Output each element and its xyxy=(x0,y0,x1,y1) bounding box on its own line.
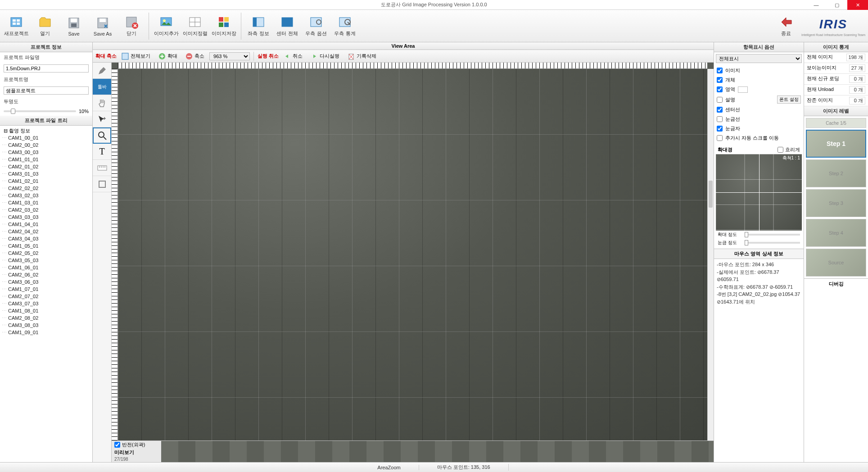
pen-tool[interactable] xyxy=(93,63,111,79)
preview-strip[interactable] xyxy=(161,441,714,462)
opt-ruler-checkbox[interactable] xyxy=(717,126,723,132)
zoom-out-button[interactable]: 축소 xyxy=(182,51,208,61)
svg-rect-2 xyxy=(17,19,20,22)
mag-grid-slider[interactable] xyxy=(745,242,800,244)
close-project-button[interactable]: 닫기 xyxy=(118,12,145,41)
tree-node[interactable]: CAM1_05_01 xyxy=(0,242,92,250)
close-icon xyxy=(124,15,139,29)
tree-node[interactable]: CAM3_07_03 xyxy=(0,300,92,307)
opt-image-checkbox[interactable] xyxy=(717,68,723,73)
mag-zoom-slider[interactable] xyxy=(745,234,800,236)
new-project-button[interactable]: 새프로젝트 xyxy=(3,12,30,41)
panel-right-option-icon xyxy=(309,15,323,29)
tree-node[interactable]: CAM1_09_01 xyxy=(0,329,92,336)
tree-node[interactable]: CAM1_07_01 xyxy=(0,286,92,293)
align-image-button[interactable]: 이미지정렬 xyxy=(181,12,208,41)
tree-node[interactable]: CAM3_00_03 xyxy=(0,149,92,156)
magnifier-head: 확대경 xyxy=(718,146,732,153)
open-button[interactable]: 열기 xyxy=(32,12,59,41)
add-image-button[interactable]: 이미지추가 xyxy=(153,12,180,41)
tree-node[interactable]: CAM1_02_01 xyxy=(0,177,92,185)
tree-node[interactable]: CAM2_03_02 xyxy=(0,206,92,213)
close-button[interactable]: ✕ xyxy=(847,0,868,10)
project-file-input[interactable] xyxy=(4,64,89,73)
tree-node[interactable]: CAM1_03_01 xyxy=(0,199,92,206)
level-item[interactable]: Step 3 xyxy=(806,189,866,217)
svg-point-33 xyxy=(99,132,104,137)
add-image-icon xyxy=(159,15,173,29)
tree-node[interactable]: CAM2_00_02 xyxy=(0,141,92,149)
font-setting-button[interactable]: 폰트 설정 xyxy=(777,95,801,104)
tree-node[interactable]: CAM2_07_02 xyxy=(0,293,92,300)
cache-level[interactable]: Cache 1/5 xyxy=(806,118,866,128)
project-tree[interactable]: ⊟ 촬영 정보 CAM1_00_01CAM2_00_02CAM3_00_03CA… xyxy=(0,126,92,462)
opacity-slider[interactable] xyxy=(4,110,76,112)
opt-center-checkbox[interactable] xyxy=(717,107,723,113)
tree-node[interactable]: CAM2_04_02 xyxy=(0,228,92,235)
undo-button[interactable]: 취소 xyxy=(280,51,306,61)
hand-tool[interactable] xyxy=(93,95,111,111)
tree-node[interactable]: CAM2_01_02 xyxy=(0,163,92,170)
project-name-input[interactable] xyxy=(4,86,89,95)
preview-label: 미리보기 xyxy=(114,449,158,456)
maximize-button[interactable]: ▢ xyxy=(827,0,847,10)
tree-node[interactable]: CAM3_06_03 xyxy=(0,278,92,286)
ruler-tool[interactable] xyxy=(93,160,111,176)
right-option-button[interactable]: 우측 옵션 xyxy=(303,12,330,41)
tree-node[interactable]: CAM3_02_03 xyxy=(0,192,92,199)
tree-node[interactable]: CAM3_03_03 xyxy=(0,213,92,221)
tree-node[interactable]: CAM1_06_01 xyxy=(0,264,92,271)
zoom-in-button[interactable]: 확대 xyxy=(155,51,181,61)
opt-autoscroll-checkbox[interactable] xyxy=(717,135,723,141)
opt-area-checkbox[interactable] xyxy=(717,86,723,92)
tree-node[interactable]: CAM1_04_01 xyxy=(0,221,92,228)
level-item[interactable]: Step 1 xyxy=(806,130,866,158)
view-all-button[interactable]: 전체보기 xyxy=(118,51,154,61)
redo-button[interactable]: 다시실행 xyxy=(307,51,343,61)
save-as-button[interactable]: Save As xyxy=(89,12,116,41)
ruler-horizontal xyxy=(118,63,707,69)
status-mode: AreaZoom xyxy=(359,465,419,470)
center-all-button[interactable]: 센터 전체 xyxy=(274,12,301,41)
opt-object-checkbox[interactable] xyxy=(717,77,723,83)
right-stat-button[interactable]: 우측 통계 xyxy=(331,12,358,41)
opt-desc-checkbox[interactable] xyxy=(717,97,723,103)
delete-history-button[interactable]: 기록삭제 xyxy=(344,51,380,61)
save-image-button[interactable]: 이미지저장 xyxy=(210,12,237,41)
blur-checkbox[interactable]: 흐리게 xyxy=(778,146,800,153)
zoom-tool[interactable] xyxy=(93,127,111,144)
area-color-swatch[interactable] xyxy=(738,86,748,93)
left-info-button[interactable]: 좌측 정보 xyxy=(245,12,272,41)
tree-root[interactable]: ⊟ 촬영 정보 xyxy=(0,127,92,134)
tree-node[interactable]: CAM1_00_01 xyxy=(0,134,92,141)
save-button[interactable]: Save xyxy=(60,12,87,41)
level-item[interactable]: Source xyxy=(806,249,866,277)
level-item[interactable]: Step 4 xyxy=(806,219,866,247)
preview-invert-checkbox[interactable]: 반전(외곽) xyxy=(114,441,158,448)
tree-node[interactable]: CAM3_04_03 xyxy=(0,235,92,242)
tree-node[interactable]: CAM3_08_03 xyxy=(0,322,92,329)
tree-node[interactable]: CAM3_05_03 xyxy=(0,257,92,264)
tree-node[interactable]: CAM2_06_02 xyxy=(0,271,92,278)
project-info-head: 프로젝트 정보 xyxy=(0,42,92,52)
level-item[interactable]: Step 2 xyxy=(806,159,866,187)
move-tool[interactable] xyxy=(93,111,111,127)
save-as-icon xyxy=(95,16,110,30)
scrollbar-vertical[interactable] xyxy=(707,69,714,440)
rect-tool[interactable] xyxy=(93,176,111,192)
tree-node[interactable]: CAM2_08_02 xyxy=(0,314,92,322)
minimize-button[interactable]: — xyxy=(806,0,827,10)
zoom-select[interactable]: 963 % xyxy=(209,52,250,60)
tree-node[interactable]: CAM1_08_01 xyxy=(0,307,92,314)
canvas-area[interactable]: 반전(외곽) 미리보기 27/198 xyxy=(112,63,714,462)
tree-node[interactable]: CAM2_02_02 xyxy=(0,185,92,192)
toolbar-label[interactable]: 툴바 xyxy=(93,79,111,95)
exit-button[interactable]: 종료 xyxy=(773,12,800,41)
image-stat-head: 이미지 통계 xyxy=(804,42,868,52)
tree-node[interactable]: CAM3_01_03 xyxy=(0,170,92,177)
opt-grid-checkbox[interactable] xyxy=(717,116,723,122)
display-select[interactable]: 전체표시 xyxy=(716,54,802,63)
tree-node[interactable]: CAM2_05_02 xyxy=(0,250,92,257)
tree-node[interactable]: CAM1_01_01 xyxy=(0,156,92,163)
text-tool[interactable]: T xyxy=(93,144,111,160)
